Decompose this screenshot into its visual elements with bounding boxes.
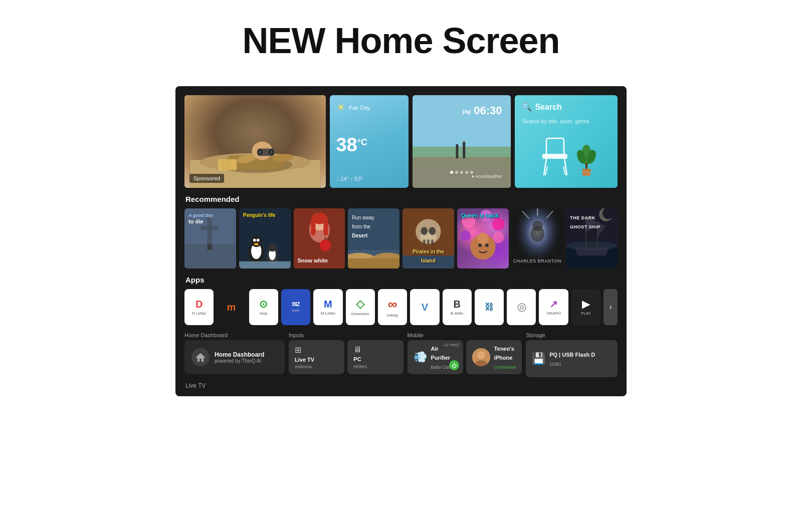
app-m-letter[interactable]: M M Letter [313,289,342,325]
m-symbol: m [227,302,236,313]
storage-info: PQ | USB Flash D USB1 [549,350,595,368]
dashboard-home-section: Home Dashboard Home Dashboard powered by… [184,332,285,377]
home-icon [191,348,210,366]
svg-point-64 [421,227,428,235]
iphone-info: Teneo's iPhone Connected [494,344,516,371]
storage-section: Storage 💾 PQ | USB Flash D USB1 [526,332,618,377]
landscape-banner[interactable]: PM 06:30 ● AccuWeather [413,95,511,188]
app-cc[interactable]: ◎ [507,289,536,325]
pc-input[interactable]: 🖥 PC HDMI1 [347,340,403,374]
svg-point-95 [566,241,618,250]
weather-temperature: 38 °C [336,134,402,156]
search-icon: 🔍 [522,102,532,112]
search-banner[interactable]: 🔍 Search Search by title, actor, genre. [515,95,618,188]
content-card-1[interactable]: A good day to die [184,208,236,269]
play-label: PLAY [581,312,591,316]
app-d-letter[interactable]: D D Letter [184,289,214,325]
accuweather-brand: ● AccuWeather [422,174,502,179]
apps-nav-arrow[interactable]: › [604,289,618,325]
inf-label: Infinity [386,314,398,318]
iphone-name: Teneo's iPhone [494,346,514,361]
content-card-8[interactable]: THE DARKGHOST SHIP [566,208,618,269]
svg-point-75 [493,231,504,243]
inputs-section: Inputs ⊞ Live TV Antenna 🖥 PC HDMI1 [289,332,404,377]
card-title-1: A good day to die [188,212,213,225]
svg-point-43 [254,243,258,245]
content-card-4[interactable]: Run awayfrom theDesert [348,208,399,269]
mobile-label: Mobile [408,332,522,338]
svg-rect-21 [546,138,564,156]
page-title-section: NEW Home Screen [0,0,802,76]
pc-name: PC [353,356,397,362]
svg-rect-12 [218,159,237,170]
d-letter-symbol: D [195,299,203,310]
svg-rect-68 [431,239,434,244]
svg-rect-67 [427,239,430,244]
svg-point-41 [253,239,256,242]
live-tv-input[interactable]: ⊞ Live TV Antenna [289,340,344,374]
svg-rect-22 [542,154,567,159]
svg-point-78 [477,233,489,244]
ml-symbol: M [324,299,332,310]
app-chain[interactable]: ⛓ [475,289,504,325]
storage-card[interactable]: 💾 PQ | USB Flash D USB1 [526,340,618,377]
app-infinity[interactable]: ∞ Infinity [378,289,407,325]
dashboard-home-label: Home Dashboard [184,332,285,338]
usb-icon: 💾 [532,352,545,365]
app-geometric[interactable]: ◇ Geometric [346,289,375,325]
mobile-section: Mobile 💨 Air Purifier Baby Care LG ThinQ… [408,332,522,377]
search-subtitle: Search by title, actor, genre. [522,118,611,124]
v-symbol: V [422,302,428,313]
dashboard-home-title: Home Dashboard [215,351,264,358]
svg-rect-52 [311,218,315,235]
app-v[interactable]: V [410,289,439,325]
dashboard-home-info: Home Dashboard powered by ThinQ AI [215,351,264,364]
card-title-3: Snow white [298,255,328,264]
landscape-time: PM 06:30 [422,104,502,117]
inputs-cards: ⊞ Live TV Antenna 🖥 PC HDMI1 [289,340,404,374]
weather-banner[interactable]: ☀ Fair Day 38 °C ↓ 24° ↑ 53° [330,95,408,188]
svg-rect-18 [456,144,458,159]
power-button[interactable]: ⏻ [449,360,459,370]
app-biz[interactable]: BIZ icon [281,289,310,325]
iphone-avatar [472,348,490,366]
storage-label: Storage [526,332,618,338]
mobile-cards: 💨 Air Purifier Baby Care LG ThinQ° ⏻ [408,340,522,374]
inputs-label: Inputs [289,332,404,338]
sponsored-banner[interactable]: Sponsored [184,95,326,188]
svg-point-74 [461,230,471,241]
content-card-7[interactable]: CHARLES BRANTON [512,208,563,269]
app-play[interactable]: ▶ PLAY [571,289,600,325]
page-title: NEW Home Screen [0,20,802,61]
svg-rect-66 [423,239,426,244]
live-tv-sub: Antenna [295,364,338,369]
content-card-2[interactable]: Penguin's life [239,208,291,269]
weather-condition: Fair Day [349,105,370,111]
card-title-5: Pirates in theIsland [403,246,454,264]
content-card-6[interactable]: Queen is back [457,208,509,269]
card-title-2: Penguin's life [243,212,276,218]
svg-point-9 [270,151,273,154]
iphone-sub: Connected [494,365,516,370]
iphone-card[interactable]: Teneo's iPhone Connected [466,340,522,374]
content-card-5[interactable]: Pirates in theIsland [403,208,454,269]
air-purifier-card[interactable]: 💨 Air Purifier Baby Care LG ThinQ° ⏻ [408,340,463,374]
thinq-badge: LG ThinQ° [444,343,460,347]
loop-symbol: ⊙ [259,298,268,310]
app-b-letter[interactable]: B B letter [443,289,472,325]
inf-symbol: ∞ [388,297,397,312]
content-card-3[interactable]: Snow white [294,208,345,269]
recommended-header: Recommended [184,195,618,203]
tv-screen: Sponsored ☀ Fair Day 38 °C ↓ 24° ↑ 53° [175,86,627,396]
storage-sub: USB1 [549,362,561,367]
app-graph[interactable]: ↗ GRAPH [539,289,568,325]
app-loop[interactable]: ⊙ loop [249,289,278,325]
svg-rect-53 [323,218,328,235]
air-icon: 💨 [414,351,427,364]
dashboard-home-card[interactable]: Home Dashboard powered by ThinQ AI [184,340,285,374]
svg-line-26 [563,167,565,175]
app-malls[interactable]: m [217,289,246,325]
weather-top: ☀ Fair Day [336,101,402,114]
card-title-4: Run awayfrom theDesert [352,212,395,239]
chain-symbol: ⛓ [485,302,494,313]
